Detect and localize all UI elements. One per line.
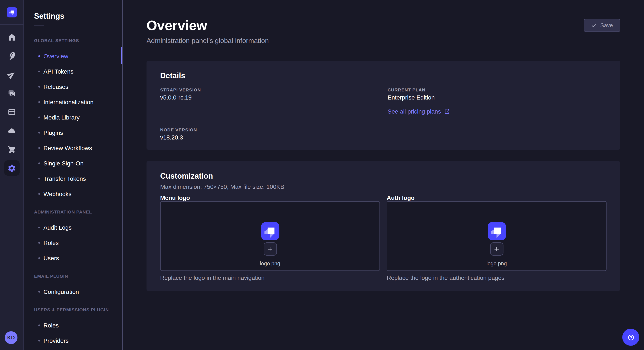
layout-icon xyxy=(7,107,16,116)
rail-item-media-library[interactable] xyxy=(0,84,24,103)
bullet-icon xyxy=(38,101,40,103)
bullet-icon xyxy=(38,163,40,164)
bullet-icon xyxy=(38,340,40,342)
node-version-value: v18.20.3 xyxy=(160,133,388,142)
menu-logo-dropzone[interactable]: logo.png xyxy=(160,201,380,271)
nav-section: EMAIL PLUGINConfiguration xyxy=(34,273,122,299)
sidebar-item-label: Audit Logs xyxy=(44,224,72,231)
nav-section-header: USERS & PERMISSIONS PLUGIN xyxy=(34,306,122,313)
sidebar-item-roles[interactable]: Roles xyxy=(34,318,122,333)
sidebar-item-roles[interactable]: Roles xyxy=(34,235,122,250)
nav-section-header: GLOBAL SETTINGS xyxy=(34,37,122,44)
rail-menu xyxy=(0,28,24,177)
sidebar-item-single-sign-on[interactable]: Single Sign-On xyxy=(34,156,122,171)
auth-logo-add-button[interactable] xyxy=(490,242,503,256)
pricing-plans-link[interactable]: See all pricing plans xyxy=(388,107,606,116)
workplace-switcher[interactable] xyxy=(0,0,24,25)
strapi-version-value: v5.0.0-rc.19 xyxy=(160,93,388,102)
details-card: Details STRAPI VERSION v5.0.0-rc.19 NODE… xyxy=(146,61,620,150)
sidebar-item-label: Internationalization xyxy=(44,99,94,105)
nav-section: USERS & PERMISSIONS PLUGINRolesProviders xyxy=(34,306,122,348)
page-title: Overview xyxy=(146,17,620,34)
sidebar-item-transfer-tokens[interactable]: Transfer Tokens xyxy=(34,171,122,186)
sidebar-divider xyxy=(34,25,44,26)
sidebar-item-label: API Tokens xyxy=(44,68,74,75)
rail-item-content-builder[interactable] xyxy=(0,46,24,65)
node-version-field: NODE VERSION v18.20.3 xyxy=(160,126,388,142)
strapi-logo-icon xyxy=(6,7,17,17)
bullet-icon xyxy=(38,227,40,228)
sidebar-item-users[interactable]: Users xyxy=(34,250,122,266)
menu-logo-upload: Menu logo logo.png xyxy=(160,194,380,282)
bullet-icon xyxy=(38,117,40,118)
cart-icon xyxy=(7,145,16,154)
save-button-label: Save xyxy=(600,22,613,28)
home-icon xyxy=(7,32,16,41)
menu-logo-add-button[interactable] xyxy=(264,242,277,256)
save-button[interactable]: Save xyxy=(584,19,620,32)
auth-logo-preview-icon xyxy=(488,222,506,240)
rail-item-settings[interactable] xyxy=(0,159,24,177)
paper-plane-icon xyxy=(7,70,16,79)
sidebar-item-webhooks[interactable]: Webhooks xyxy=(34,186,122,201)
gear-icon xyxy=(4,160,20,176)
sidebar-item-label: Overview xyxy=(44,53,68,59)
sidebar-item-audit-logs[interactable]: Audit Logs xyxy=(34,220,122,235)
external-link-icon xyxy=(444,109,450,114)
settings-sidebar: Settings GLOBAL SETTINGSOverviewAPI Toke… xyxy=(24,0,123,350)
bullet-icon xyxy=(38,147,40,149)
images-icon xyxy=(7,89,16,98)
bullet-icon xyxy=(38,55,40,57)
sidebar-item-label: Roles xyxy=(44,322,59,329)
current-plan-field: CURRENT PLAN Enterprise Edition xyxy=(388,86,606,102)
sidebar-item-plugins[interactable]: Plugins xyxy=(34,125,122,140)
details-card-title: Details xyxy=(160,71,606,80)
menu-logo-hint: Replace the logo in the main navigation xyxy=(160,274,380,282)
nav-section-header: EMAIL PLUGIN xyxy=(34,273,122,279)
strapi-version-label: STRAPI VERSION xyxy=(160,86,388,93)
nav-section: ADMINISTRATION PANELAudit LogsRolesUsers xyxy=(34,208,122,266)
sidebar-item-label: Media Library xyxy=(44,114,80,121)
sidebar-item-configuration[interactable]: Configuration xyxy=(34,284,122,299)
help-button[interactable]: ? xyxy=(622,329,639,346)
rail-item-deploy[interactable] xyxy=(0,65,24,84)
rail-item-home[interactable] xyxy=(0,28,24,46)
customization-subtitle: Max dimension: 750×750, Max file size: 1… xyxy=(160,182,606,191)
sidebar-title: Settings xyxy=(34,11,122,21)
rail-item-cloud[interactable] xyxy=(0,121,24,140)
sidebar-item-internationalization[interactable]: Internationalization xyxy=(34,94,122,110)
user-avatar[interactable]: KD xyxy=(5,331,18,344)
bullet-icon xyxy=(38,71,40,72)
sidebar-item-label: Single Sign-On xyxy=(44,160,84,167)
sidebar-item-media-library[interactable]: Media Library xyxy=(34,110,122,125)
sidebar-item-label: Transfer Tokens xyxy=(44,175,86,182)
feather-icon xyxy=(7,51,16,60)
bullet-icon xyxy=(38,178,40,179)
auth-logo-label: Auth logo xyxy=(387,194,606,201)
bullet-icon xyxy=(38,86,40,88)
menu-logo-preview-icon xyxy=(261,222,279,240)
sidebar-item-review-workflows[interactable]: Review Workflows xyxy=(34,140,122,156)
sidebar-item-label: Releases xyxy=(44,83,68,90)
current-plan-label: CURRENT PLAN xyxy=(388,86,606,93)
sidebar-item-releases[interactable]: Releases xyxy=(34,79,122,94)
rail-item-marketplace[interactable] xyxy=(0,140,24,159)
cloud-icon xyxy=(7,126,16,135)
page-subtitle: Administration panel’s global informatio… xyxy=(146,37,620,45)
plus-icon xyxy=(494,246,499,252)
sidebar-item-label: Roles xyxy=(44,239,59,246)
customization-card: Customization Max dimension: 750×750, Ma… xyxy=(146,161,620,291)
sidebar-item-overview[interactable]: Overview xyxy=(34,48,122,64)
sidebar-item-api-tokens[interactable]: API Tokens xyxy=(34,64,122,79)
auth-logo-hint: Replace the logo in the authentication p… xyxy=(387,274,606,282)
auth-logo-dropzone[interactable]: logo.png xyxy=(387,201,606,271)
menu-logo-filename: logo.png xyxy=(260,260,280,267)
sidebar-item-providers[interactable]: Providers xyxy=(34,333,122,348)
nav-section-header: ADMINISTRATION PANEL xyxy=(34,208,122,215)
auth-logo-filename: logo.png xyxy=(486,260,507,267)
node-version-label: NODE VERSION xyxy=(160,126,388,133)
rail-item-layout[interactable] xyxy=(0,103,24,121)
bullet-icon xyxy=(38,132,40,134)
sidebar-item-label: Plugins xyxy=(44,129,63,136)
bullet-icon xyxy=(38,291,40,293)
